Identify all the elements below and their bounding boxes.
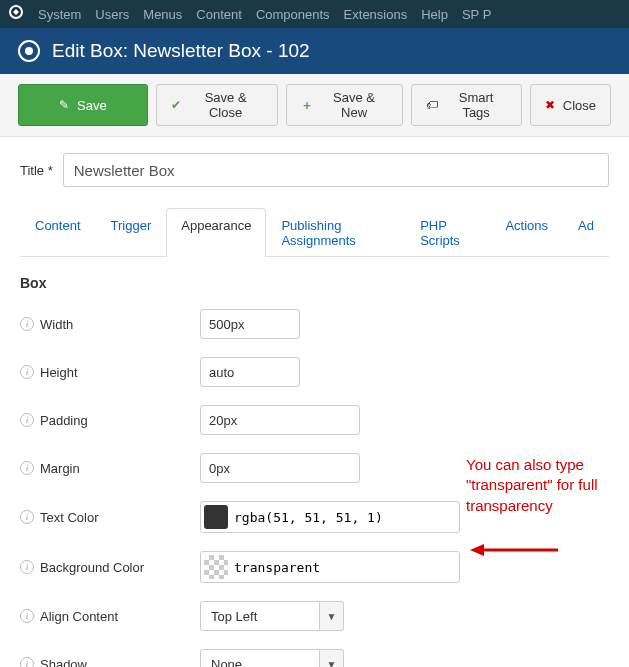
chevron-down-icon[interactable]: ▼ <box>320 601 344 631</box>
tab-actions[interactable]: Actions <box>490 208 563 257</box>
smart-tags-label: Smart Tags <box>446 90 507 120</box>
info-icon[interactable]: i <box>20 609 34 623</box>
tab-trigger[interactable]: Trigger <box>96 208 167 257</box>
arrow-icon <box>470 540 560 560</box>
shadow-select[interactable]: None ▼ <box>200 649 344 667</box>
close-icon: ✖ <box>545 98 555 112</box>
menu-system[interactable]: System <box>38 7 81 22</box>
padding-input[interactable] <box>200 405 360 435</box>
tabs: Content Trigger Appearance Publishing As… <box>20 207 609 257</box>
shadow-label: Shadow <box>40 657 87 668</box>
height-input[interactable] <box>200 357 300 387</box>
text-color-label: Text Color <box>40 510 99 525</box>
align-label: Align Content <box>40 609 118 624</box>
info-icon[interactable]: i <box>20 365 34 379</box>
check-icon: ✎ <box>59 98 69 112</box>
tab-appearance[interactable]: Appearance <box>166 208 266 257</box>
title-label: Title * <box>20 163 53 178</box>
menu-extensions[interactable]: Extensions <box>344 7 408 22</box>
close-label: Close <box>563 98 596 113</box>
color-swatch[interactable] <box>204 555 228 579</box>
plus-icon: ＋ <box>301 97 313 114</box>
close-button[interactable]: ✖ Close <box>530 84 611 126</box>
toolbar: ✎ Save ✔ Save & Close ＋ Save & New 🏷 Sma… <box>0 74 629 137</box>
field-align-content: i Align Content Top Left ▼ <box>20 601 609 631</box>
save-label: Save <box>77 98 107 113</box>
info-icon[interactable]: i <box>20 461 34 475</box>
svg-marker-1 <box>470 544 484 556</box>
margin-input[interactable] <box>200 453 360 483</box>
field-padding: i Padding <box>20 405 609 435</box>
annotation-text: You can also type "transparent" for full… <box>466 455 626 516</box>
text-color-input[interactable] <box>234 510 456 525</box>
bg-color-picker[interactable] <box>200 551 460 583</box>
field-shadow: i Shadow None ▼ <box>20 649 609 667</box>
bg-color-label: Background Color <box>40 560 144 575</box>
page-title: Edit Box: Newsletter Box - 102 <box>52 40 310 62</box>
padding-label: Padding <box>40 413 88 428</box>
menu-components[interactable]: Components <box>256 7 330 22</box>
margin-label: Margin <box>40 461 80 476</box>
tab-php-scripts[interactable]: PHP Scripts <box>405 208 490 257</box>
bg-color-input[interactable] <box>234 560 456 575</box>
width-label: Width <box>40 317 73 332</box>
info-icon[interactable]: i <box>20 657 34 667</box>
field-height: i Height <box>20 357 609 387</box>
tab-publishing[interactable]: Publishing Assignments <box>266 208 405 257</box>
title-row: Title * <box>20 153 609 187</box>
section-title: Box <box>20 275 609 291</box>
menu-users[interactable]: Users <box>95 7 129 22</box>
color-swatch[interactable] <box>204 505 228 529</box>
save-close-label: Save & Close <box>189 90 263 120</box>
save-close-button[interactable]: ✔ Save & Close <box>156 84 278 126</box>
shadow-value: None <box>200 649 320 667</box>
tab-advanced[interactable]: Ad <box>563 208 609 257</box>
align-select[interactable]: Top Left ▼ <box>200 601 344 631</box>
menu-content[interactable]: Content <box>196 7 242 22</box>
page-header: Edit Box: Newsletter Box - 102 <box>0 28 629 74</box>
field-width: i Width <box>20 309 609 339</box>
info-icon[interactable]: i <box>20 510 34 524</box>
height-label: Height <box>40 365 78 380</box>
menu-sp[interactable]: SP P <box>462 7 491 22</box>
tab-content[interactable]: Content <box>20 208 96 257</box>
save-new-label: Save & New <box>321 90 388 120</box>
top-menu: System Users Menus Content Components Ex… <box>0 0 629 28</box>
save-new-button[interactable]: ＋ Save & New <box>286 84 403 126</box>
check-icon: ✔ <box>171 98 181 112</box>
save-button[interactable]: ✎ Save <box>18 84 148 126</box>
info-icon[interactable]: i <box>20 413 34 427</box>
joomla-logo-icon <box>8 4 24 24</box>
menu-menus[interactable]: Menus <box>143 7 182 22</box>
text-color-picker[interactable] <box>200 501 460 533</box>
width-input[interactable] <box>200 309 300 339</box>
title-input[interactable] <box>63 153 609 187</box>
info-icon[interactable]: i <box>20 317 34 331</box>
tag-icon: 🏷 <box>426 98 438 112</box>
chevron-down-icon[interactable]: ▼ <box>320 649 344 667</box>
menu-help[interactable]: Help <box>421 7 448 22</box>
align-value: Top Left <box>200 601 320 631</box>
smart-tags-button[interactable]: 🏷 Smart Tags <box>411 84 522 126</box>
content-area: Title * Content Trigger Appearance Publi… <box>0 137 629 667</box>
info-icon[interactable]: i <box>20 560 34 574</box>
box-icon <box>18 40 40 62</box>
